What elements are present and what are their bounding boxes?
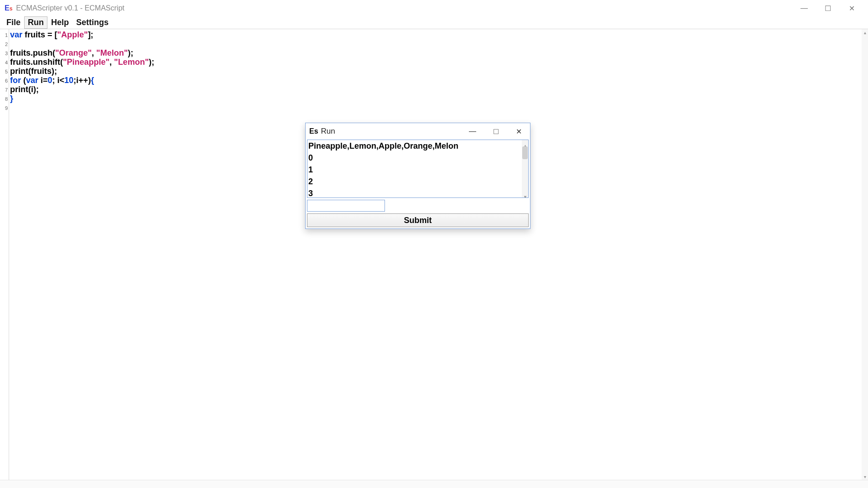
line-number: 5 bbox=[0, 67, 9, 76]
scroll-down-icon[interactable]: ▾ bbox=[522, 191, 528, 197]
app-icon: Es bbox=[5, 4, 12, 12]
window-controls: — ☐ ✕ bbox=[800, 4, 866, 13]
menu-help[interactable]: Help bbox=[47, 16, 73, 29]
scroll-down-icon[interactable]: ▾ bbox=[862, 473, 868, 480]
minimize-icon[interactable]: — bbox=[469, 127, 476, 135]
menu-file[interactable]: File bbox=[3, 16, 24, 29]
line-number: 3 bbox=[0, 48, 9, 57]
code-line[interactable]: print(fruits); bbox=[10, 67, 154, 76]
minimize-icon[interactable]: — bbox=[800, 4, 808, 13]
code-line[interactable]: for (var i=0; i<10;i++){ bbox=[10, 76, 154, 85]
code-line[interactable]: fruits.unshift("Pineapple", "Lemon"); bbox=[10, 57, 154, 67]
input-field[interactable] bbox=[307, 200, 385, 212]
dialog-window-controls: — ✕ bbox=[469, 127, 528, 136]
output-line: 1 bbox=[308, 164, 528, 176]
code-line[interactable]: print(i); bbox=[10, 85, 154, 94]
app-title: ECMAScripter v0.1 - ECMAScript bbox=[16, 4, 124, 12]
close-icon[interactable]: ✕ bbox=[848, 4, 855, 13]
output-line: Pineapple,Lemon,Apple,Orange,Melon bbox=[308, 140, 528, 152]
editor: 123456789 var fruits = ["Apple"];fruits.… bbox=[0, 29, 868, 480]
line-number: 2 bbox=[0, 39, 9, 48]
submit-button[interactable]: Submit bbox=[307, 213, 529, 227]
line-number: 4 bbox=[0, 57, 9, 67]
code-line[interactable]: fruits.push("Orange", "Melon"); bbox=[10, 48, 154, 57]
code-line[interactable] bbox=[10, 39, 154, 48]
scroll-up-icon[interactable]: ▴ bbox=[522, 140, 528, 146]
statusbar bbox=[0, 480, 868, 488]
output-line: 2 bbox=[308, 176, 528, 187]
app-icon: Es bbox=[309, 127, 318, 135]
scroll-up-icon[interactable]: ▴ bbox=[862, 29, 868, 36]
menu-settings[interactable]: Settings bbox=[73, 16, 112, 29]
gutter: 123456789 bbox=[0, 29, 9, 480]
maximize-icon[interactable]: ☐ bbox=[824, 4, 832, 13]
menu-run[interactable]: Run bbox=[24, 16, 47, 29]
run-dialog: Es Run — ✕ Pineapple,Lemon,Apple,Orange,… bbox=[305, 123, 530, 229]
output-line: 0 bbox=[308, 152, 528, 164]
close-icon[interactable]: ✕ bbox=[516, 127, 522, 136]
code-line[interactable] bbox=[10, 103, 154, 112]
output-area[interactable]: Pineapple,Lemon,Apple,Orange,Melon0123 ▴… bbox=[307, 140, 529, 198]
line-number: 6 bbox=[0, 76, 9, 85]
menubar: File Run Help Settings bbox=[0, 16, 868, 29]
line-number: 7 bbox=[0, 85, 9, 94]
maximize-icon[interactable] bbox=[494, 129, 499, 134]
code-line[interactable]: } bbox=[10, 94, 154, 103]
dialog-titlebar[interactable]: Es Run — ✕ bbox=[306, 123, 530, 140]
titlebar: Es ECMAScripter v0.1 - ECMAScript — ☐ ✕ bbox=[0, 0, 868, 16]
code-line[interactable]: var fruits = ["Apple"]; bbox=[10, 30, 154, 39]
code-area[interactable]: var fruits = ["Apple"];fruits.push("Oran… bbox=[9, 29, 154, 480]
output-scrollbar[interactable]: ▴ ▾ bbox=[522, 140, 528, 197]
editor-scrollbar[interactable]: ▴ ▾ bbox=[862, 29, 868, 480]
line-number: 8 bbox=[0, 94, 9, 103]
output-line: 3 bbox=[308, 187, 528, 198]
scroll-thumb[interactable] bbox=[522, 146, 528, 159]
line-number: 9 bbox=[0, 103, 9, 112]
line-number: 1 bbox=[0, 30, 9, 39]
dialog-title: Run bbox=[321, 127, 335, 136]
